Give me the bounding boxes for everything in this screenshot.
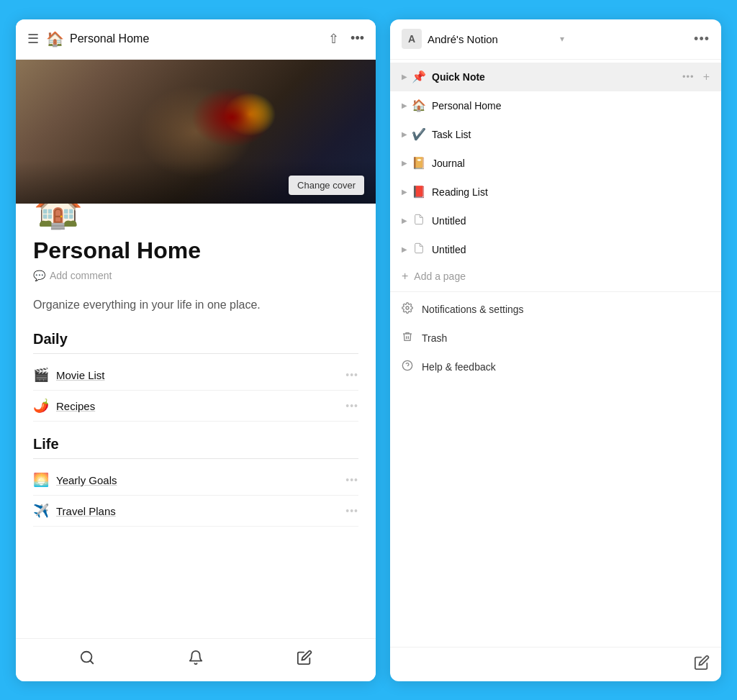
travel-plans-more[interactable]: ••• [345,505,358,517]
quick-note-add-btn[interactable]: + [703,71,710,83]
section-life-heading: Life [33,436,358,453]
recipes-label: Recipes [56,400,345,412]
workspace-chevron-icon[interactable]: ▾ [560,34,564,44]
list-item-recipes[interactable]: 🌶️ Recipes ••• [33,391,358,422]
page-main-title: Personal Home [33,237,358,264]
quick-note-chevron: ▶ [402,73,407,81]
right-panel: A André's Notion ▾ ••• ▶ 📌 Quick Note ••… [390,19,721,681]
add-page-row[interactable]: + Add a page [390,264,721,288]
personal-home-label: Personal Home [432,100,679,112]
movie-list-more[interactable]: ••• [345,369,358,381]
more-icon[interactable]: ••• [351,31,364,47]
reading-list-more-btn[interactable]: ••• [679,185,697,199]
right-header: A André's Notion ▾ ••• [390,19,721,60]
section-daily-heading: Daily [33,331,358,347]
untitled-2-icon [412,242,426,257]
section-life-divider [33,458,358,459]
sidebar-item-reading-list[interactable]: ▶ 📕 Reading List ••• + [390,178,721,206]
search-icon[interactable] [79,650,95,670]
untitled-1-chevron: ▶ [402,217,407,224]
untitled-1-label: Untitled [432,215,679,227]
add-comment-label: Add comment [50,270,112,281]
menu-icon[interactable]: ☰ [27,31,39,47]
page-emoji[interactable]: 🏠 [33,204,358,231]
travel-plans-label: Travel Plans [56,505,345,517]
reading-list-add-btn[interactable]: + [703,186,710,199]
bell-icon[interactable] [188,650,204,670]
untitled-2-add-btn[interactable]: + [703,243,710,256]
sidebar-nav: ▶ 📌 Quick Note ••• + ▶ 🏠 Personal Home •… [390,60,721,647]
svg-point-2 [406,306,409,309]
list-item-yearly-goals[interactable]: 🌅 Yearly Goals ••• [33,465,358,496]
recipes-more[interactable]: ••• [345,400,358,412]
sidebar-item-journal[interactable]: ▶ 📔 Journal ••• + [390,149,721,178]
movie-list-label: Movie List [56,369,345,381]
task-list-more-btn[interactable]: ••• [679,127,697,141]
reading-list-chevron: ▶ [402,188,407,196]
notifications-settings-label: Notifications & settings [422,304,524,315]
left-panel: ☰ 🏠 Personal Home ⇧ ••• Change cover 🏠 P… [16,19,376,681]
settings-gear-icon [402,302,413,317]
quick-note-icon: 📌 [412,70,426,83]
page-content: 🏠 Personal Home 💬 Add comment Organize e… [16,204,376,638]
left-footer [16,638,376,681]
right-footer [390,647,721,681]
svg-line-1 [91,660,94,663]
sidebar-item-personal-home[interactable]: ▶ 🏠 Personal Home ••• + [390,91,721,120]
journal-chevron: ▶ [402,159,407,167]
task-list-chevron: ▶ [402,130,407,138]
journal-label: Journal [432,158,679,169]
add-page-plus-icon: + [402,270,408,283]
personal-home-icon: 🏠 [412,99,426,112]
change-cover-button[interactable]: Change cover [289,176,364,195]
trash-icon [402,331,413,345]
header-actions: ⇧ ••• [328,31,364,47]
sidebar-item-help-feedback[interactable]: Help & feedback [390,353,721,381]
untitled-1-icon [412,214,426,228]
untitled-2-label: Untitled [432,244,679,255]
task-list-add-btn[interactable]: + [703,128,710,141]
left-header-title: Personal Home [70,32,328,45]
help-icon [402,360,413,374]
sidebar-item-untitled-1[interactable]: ▶ Untitled ••• + [390,206,721,235]
untitled-1-more-btn[interactable]: ••• [679,214,697,227]
untitled-2-chevron: ▶ [402,245,407,253]
reading-list-label: Reading List [432,186,679,198]
journal-more-btn[interactable]: ••• [679,156,697,170]
sidebar-item-notifications-settings[interactable]: Notifications & settings [390,295,721,324]
page-description: Organize everything in your life in one … [33,296,358,314]
trash-label: Trash [422,332,447,344]
workspace-name: André's Notion [428,33,557,45]
section-daily-divider [33,353,358,354]
personal-home-chevron: ▶ [402,101,407,109]
personal-home-add-btn[interactable]: + [703,99,710,112]
untitled-2-more-btn[interactable]: ••• [679,242,697,256]
yearly-goals-icon: 🌅 [33,472,49,488]
cover-area: Change cover [16,60,376,204]
yearly-goals-more[interactable]: ••• [345,474,358,486]
task-list-icon: ✔️ [412,127,426,141]
help-feedback-label: Help & feedback [422,361,496,373]
add-page-label: Add a page [414,271,466,282]
list-item-travel-plans[interactable]: ✈️ Travel Plans ••• [33,496,358,527]
sidebar-item-quick-note[interactable]: ▶ 📌 Quick Note ••• + [390,63,721,91]
sidebar-item-untitled-2[interactable]: ▶ Untitled ••• + [390,235,721,264]
personal-home-more-btn[interactable]: ••• [679,99,697,112]
right-header-more-icon[interactable]: ••• [694,32,710,47]
movie-list-icon: 🎬 [33,367,49,383]
compose-icon[interactable] [297,650,312,670]
list-item-movie-list[interactable]: 🎬 Movie List ••• [33,360,358,391]
journal-add-btn[interactable]: + [703,157,710,170]
comment-icon: 💬 [33,270,45,281]
workspace-avatar: A [402,29,422,49]
add-comment-button[interactable]: 💬 Add comment [33,270,358,281]
quick-note-more-btn[interactable]: ••• [679,70,697,83]
recipes-icon: 🌶️ [33,398,49,414]
sidebar-item-trash[interactable]: Trash [390,324,721,353]
untitled-1-add-btn[interactable]: + [703,214,710,227]
sidebar-item-task-list[interactable]: ▶ ✔️ Task List ••• + [390,120,721,149]
share-icon[interactable]: ⇧ [328,31,339,47]
quick-note-actions: ••• + [679,70,710,83]
right-footer-edit-icon[interactable] [694,655,710,674]
travel-plans-icon: ✈️ [33,503,49,519]
